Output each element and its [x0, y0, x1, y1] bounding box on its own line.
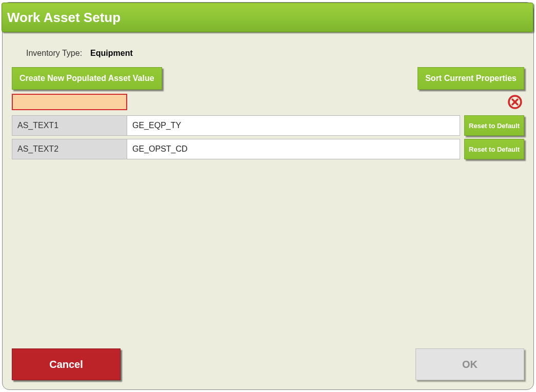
work-asset-setup-dialog: Work Asset Setup Inventory Type: Equipme…	[2, 2, 534, 390]
cancel-button[interactable]: Cancel	[12, 348, 121, 380]
toolbar: Create New Populated Asset Value Sort Cu…	[12, 67, 524, 90]
property-value[interactable]: GE_OPST_CD	[127, 139, 460, 159]
reset-to-default-button[interactable]: Reset to Default	[464, 115, 524, 136]
table-row: AS_TEXT1 GE_EQP_TY Reset to Default	[12, 115, 524, 136]
dialog-content: Inventory Type: Equipment Create New Pop…	[3, 38, 533, 389]
property-table: AS_TEXT1 GE_EQP_TY Reset to Default AS_T…	[12, 115, 524, 159]
property-key: AS_TEXT2	[12, 139, 127, 159]
dialog-title: Work Asset Setup	[7, 10, 121, 26]
dialog-footer: Cancel OK	[12, 348, 524, 380]
reset-to-default-button[interactable]: Reset to Default	[464, 139, 524, 159]
table-row: AS_TEXT2 GE_OPST_CD Reset to Default	[12, 139, 524, 159]
inventory-type-label: Inventory Type:	[26, 49, 82, 58]
close-icon[interactable]	[507, 94, 523, 110]
sort-properties-button[interactable]: Sort Current Properties	[418, 67, 524, 90]
filter-row	[12, 94, 524, 110]
inventory-type-row: Inventory Type: Equipment	[12, 49, 524, 58]
property-key: AS_TEXT1	[12, 115, 127, 136]
filter-input[interactable]	[12, 94, 127, 110]
title-bar: Work Asset Setup	[2, 3, 533, 32]
create-new-asset-button[interactable]: Create New Populated Asset Value	[12, 67, 162, 90]
ok-button[interactable]: OK	[415, 348, 524, 380]
property-value[interactable]: GE_EQP_TY	[127, 115, 460, 136]
inventory-type-value: Equipment	[90, 49, 133, 58]
